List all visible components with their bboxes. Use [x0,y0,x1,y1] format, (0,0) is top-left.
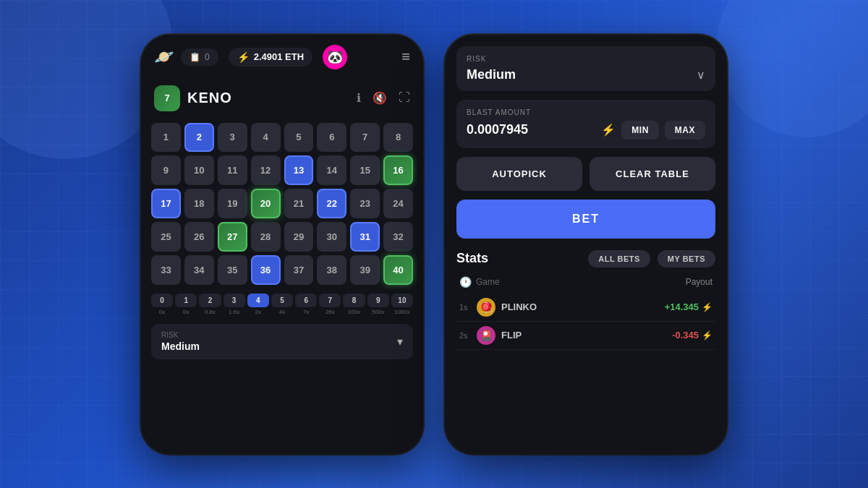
keno-cell-12[interactable]: 12 [251,155,281,185]
keno-cell-29[interactable]: 29 [284,222,314,252]
stats-header: Stats ALL BETS MY BETS [456,250,715,267]
bet-time: 2s [459,331,477,340]
keno-cell-23[interactable]: 23 [350,189,380,218]
bolt-yellow-icon: ⚡ [601,123,616,137]
clock-icon: 🕐 [459,276,472,288]
mult-cell-6[interactable]: 67x [295,294,317,315]
autopick-button[interactable]: AUTOPICK [456,157,582,191]
keno-cell-18[interactable]: 18 [184,189,214,218]
expand-icon[interactable]: ⛶ [399,91,410,105]
keno-cell-36[interactable]: 36 [251,255,281,285]
blast-amount-value[interactable]: 0.0007945 [467,122,528,137]
keno-cell-26[interactable]: 26 [184,222,214,252]
keno-cell-3[interactable]: 3 [218,123,247,153]
sound-icon[interactable]: 🔇 [373,91,387,105]
mult-cell-8[interactable]: 8100x [343,294,365,315]
keno-cell-27[interactable]: 27 [218,222,247,252]
wallet-icon: 📋 [190,52,200,62]
keno-cell-6[interactable]: 6 [317,123,346,153]
blast-amount-row: 0.0007945 ⚡ MIN MAX [467,121,705,140]
keno-cell-37[interactable]: 37 [284,255,314,285]
risk-label-small: RISK [161,331,200,339]
game-title-bar: 7 KENO ℹ 🔇 ⛶ [141,80,423,117]
keno-cell-16[interactable]: 16 [383,155,413,185]
keno-cell-31[interactable]: 31 [350,222,380,252]
wallet-badge[interactable]: 📋 0 [181,48,218,66]
max-button[interactable]: MAX [665,121,705,140]
clear-table-button[interactable]: CLEAR TABLE [590,157,715,191]
keno-cell-33[interactable]: 33 [151,255,181,285]
multiplier-row: 00x10x20.8x31.6x42x54x67x726x8100x9500x1… [141,291,423,318]
keno-cell-8[interactable]: 8 [383,123,413,153]
payout-col-label: Payout [686,277,712,287]
mult-cell-0[interactable]: 00x [151,294,173,315]
chevron-down-icon: ▾ [397,335,403,348]
mult-cell-2[interactable]: 20.8x [199,294,221,315]
info-icon[interactable]: ℹ [357,91,361,105]
eth-balance: ⚡ 2.4901 ETH [229,48,312,67]
keno-cell-28[interactable]: 28 [251,222,281,252]
min-button[interactable]: MIN [621,121,659,140]
keno-cell-7[interactable]: 7 [350,123,380,153]
keno-cell-38[interactable]: 38 [317,255,346,285]
keno-cell-17[interactable]: 17 [151,189,181,218]
keno-cell-34[interactable]: 34 [184,255,214,285]
risk-field-value: Medium [467,67,516,82]
keno-cell-24[interactable]: 24 [383,189,413,218]
left-phone: 🪐 📋 0 ⚡ 2.4901 ETH 🐼 ≡ 7 KENO ℹ 🔇 ⛶ [141,35,423,454]
keno-cell-39[interactable]: 39 [350,255,380,285]
mult-cell-9[interactable]: 9500x [367,294,389,315]
keno-cell-9[interactable]: 9 [151,155,181,185]
keno-cell-21[interactable]: 21 [284,189,314,218]
keno-cell-1[interactable]: 1 [151,123,181,153]
right-phone: RISK Medium ∨ BLAST AMOUNT 0.0007945 ⚡ M… [445,35,727,454]
risk-field-row: Medium ∨ [467,67,705,82]
keno-cell-14[interactable]: 14 [317,155,346,185]
keno-cell-15[interactable]: 15 [350,155,380,185]
mult-cell-7[interactable]: 726x [319,294,341,315]
mult-cell-3[interactable]: 31.6x [224,294,245,315]
keno-cell-32[interactable]: 32 [383,222,413,252]
bet-time: 1s [459,303,477,312]
game-col-label: Game [476,277,686,287]
wallet-count: 0 [205,52,210,62]
keno-badge: 7 [154,85,180,111]
risk-bar[interactable]: RISK Medium ▾ [151,324,413,359]
keno-cell-35[interactable]: 35 [218,255,247,285]
bet-payout: -0.345 [672,330,699,341]
blast-amount-label: BLAST AMOUNT [467,108,705,116]
keno-cell-30[interactable]: 30 [317,222,346,252]
keno-cell-25[interactable]: 25 [151,222,181,252]
keno-cell-40[interactable]: 40 [383,255,413,285]
risk-chevron-icon: ∨ [697,68,705,82]
stats-section: Stats ALL BETS MY BETS 🕐 Game Payout 1s🪀… [456,250,715,350]
keno-cell-11[interactable]: 11 [218,155,247,185]
keno-cell-4[interactable]: 4 [251,123,281,153]
risk-field[interactable]: RISK Medium ∨ [456,46,715,91]
planet-icon: 🪐 [154,48,174,67]
mult-cell-5[interactable]: 54x [271,294,293,315]
my-bets-tab[interactable]: MY BETS [658,250,715,267]
mult-cell-4[interactable]: 42x [247,294,269,315]
keno-cell-5[interactable]: 5 [284,123,314,153]
blast-controls: ⚡ MIN MAX [601,121,705,140]
keno-cell-22[interactable]: 22 [317,189,346,218]
keno-cell-20[interactable]: 20 [251,189,281,218]
bg-circle-tr [716,0,868,137]
bet-game-name: FLIP [501,330,672,341]
all-bets-tab[interactable]: ALL BETS [588,250,650,267]
bet-payout: +14.345 [665,301,699,312]
stats-title: Stats [456,251,581,266]
keno-cell-19[interactable]: 19 [218,189,247,218]
keno-cell-2[interactable]: 2 [184,123,214,153]
avatar-button[interactable]: 🐼 [323,45,347,69]
mult-cell-10[interactable]: 101000x [391,294,413,315]
keno-grid: 1234567891011121314151617181920212223242… [141,117,423,291]
game-icons: ℹ 🔇 ⛶ [357,91,410,105]
keno-cell-10[interactable]: 10 [184,155,214,185]
bet-button[interactable]: BET [456,200,715,239]
menu-button[interactable]: ≡ [401,48,410,65]
keno-cell-13[interactable]: 13 [284,155,314,185]
bet-game-icon: 🪀 [477,298,495,317]
mult-cell-1[interactable]: 10x [175,294,197,315]
